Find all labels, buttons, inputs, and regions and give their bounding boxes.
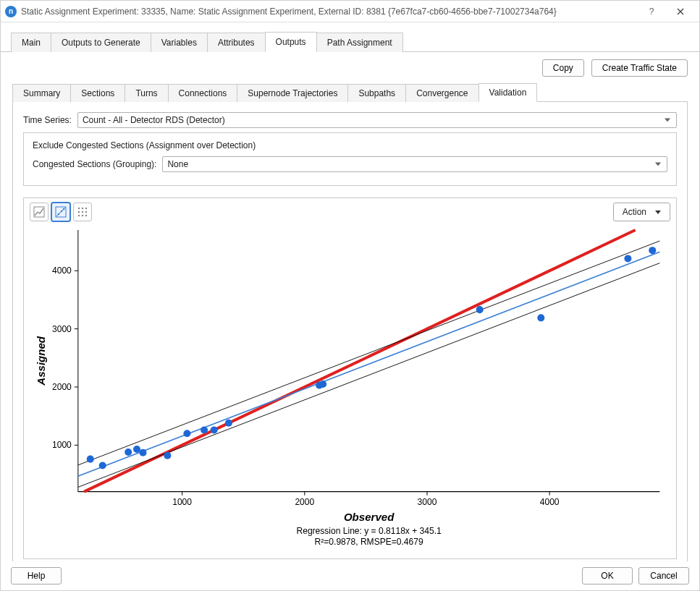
svg-line-33 — [78, 252, 660, 476]
exclude-congested-legend: Exclude Congested Sections (Assignment o… — [30, 140, 258, 150]
svg-point-50 — [624, 255, 631, 262]
congested-select[interactable]: None — [162, 156, 667, 172]
close-icon — [677, 8, 684, 15]
chart-toolbar: Action — [24, 198, 676, 226]
svg-point-5 — [78, 208, 80, 209]
window-title: Static Assignment Experiment: 33335, Nam… — [21, 7, 637, 17]
svg-point-9 — [82, 211, 83, 213]
bottombar: Help OK Cancel — [1, 561, 699, 590]
svg-point-37 — [99, 462, 106, 469]
svg-point-36 — [87, 456, 94, 463]
tab-outputs-to-generate[interactable]: Outputs to Generate — [51, 33, 151, 52]
tab-path-assignment[interactable]: Path Assignment — [316, 33, 403, 52]
svg-line-35 — [78, 241, 660, 465]
inner-tabstrip: SummarySectionsTurnsConnectionsSupernode… — [12, 82, 688, 102]
svg-point-38 — [125, 448, 132, 456]
titlebar: n Static Assignment Experiment: 33335, N… — [1, 1, 699, 22]
svg-text:1000: 1000 — [172, 497, 192, 507]
close-window-button[interactable] — [666, 1, 695, 22]
svg-text:3000: 3000 — [418, 497, 437, 507]
svg-text:Regression Line: y = 0.8118x +: Regression Line: y = 0.8118x + 345.1 — [296, 526, 442, 536]
ok-button[interactable]: OK — [582, 567, 633, 584]
time-series-value: Count - All - Detector RDS (Detector) — [83, 115, 225, 125]
subtab-summary[interactable]: Summary — [12, 84, 71, 102]
svg-point-11 — [78, 215, 80, 216]
svg-point-48 — [476, 306, 484, 313]
help-button[interactable]: Help — [11, 567, 62, 584]
svg-text:4000: 4000 — [540, 497, 560, 507]
action-label: Action — [623, 207, 646, 217]
subtab-sections[interactable]: Sections — [70, 84, 125, 102]
validation-pane: Time Series: Count - All - Detector RDS … — [12, 102, 688, 570]
svg-text:2000: 2000 — [52, 382, 72, 392]
svg-point-39 — [133, 446, 140, 453]
create-traffic-state-button[interactable]: Create Traffic State — [591, 59, 688, 77]
outer-tabstrip: MainOutputs to GenerateVariablesAttribut… — [1, 22, 699, 52]
svg-text:R²=0.9878, RMSPE=0.4679: R²=0.9878, RMSPE=0.4679 — [315, 537, 423, 547]
svg-point-3 — [61, 211, 63, 213]
exclude-congested-group: Exclude Congested Sections (Assignment o… — [23, 132, 677, 186]
svg-point-49 — [537, 314, 544, 321]
subtab-subpaths[interactable]: Subpaths — [347, 84, 406, 102]
svg-text:Assigned: Assigned — [35, 336, 47, 386]
congested-value: None — [167, 159, 188, 169]
svg-point-2 — [58, 213, 60, 216]
time-series-select[interactable]: Count - All - Detector RDS (Detector) — [77, 112, 677, 128]
top-buttons: Copy Create Traffic State — [12, 59, 688, 77]
svg-point-12 — [82, 215, 83, 216]
tab-variables[interactable]: Variables — [151, 33, 208, 52]
svg-point-7 — [85, 208, 87, 209]
app-icon: n — [5, 6, 17, 17]
scatter-view-button[interactable] — [51, 203, 70, 221]
scatter-chart-icon — [55, 206, 67, 218]
line-chart-icon — [33, 206, 45, 218]
svg-point-8 — [78, 211, 80, 213]
svg-point-51 — [649, 247, 656, 254]
svg-point-47 — [319, 380, 326, 388]
chart-frame: Action 10002000300040001000200030004000O… — [23, 197, 677, 559]
svg-point-43 — [201, 426, 208, 433]
page-body: Copy Create Traffic State SummarySection… — [1, 52, 699, 591]
table-view-button[interactable] — [73, 203, 92, 221]
time-series-label: Time Series: — [23, 115, 72, 125]
cancel-button[interactable]: Cancel — [638, 567, 689, 584]
svg-text:4000: 4000 — [52, 265, 72, 276]
line-view-button[interactable] — [30, 203, 49, 221]
grid-icon — [77, 206, 88, 218]
subtab-turns[interactable]: Turns — [125, 84, 168, 102]
help-window-button[interactable]: ? — [637, 1, 666, 22]
tab-attributes[interactable]: Attributes — [207, 33, 266, 52]
congested-label: Congested Sections (Grouping): — [33, 159, 156, 169]
chart-body: 10002000300040001000200030004000Observed… — [24, 226, 676, 558]
tab-main[interactable]: Main — [11, 33, 51, 52]
time-series-row: Time Series: Count - All - Detector RDS … — [23, 112, 677, 128]
svg-rect-0 — [34, 207, 44, 217]
svg-text:3000: 3000 — [52, 324, 72, 334]
svg-text:Observed: Observed — [344, 511, 395, 523]
subtab-validation[interactable]: Validation — [478, 83, 538, 102]
svg-point-13 — [85, 215, 87, 216]
congested-row: Congested Sections (Grouping): None — [33, 156, 667, 172]
action-dropdown-button[interactable]: Action — [613, 203, 670, 221]
svg-point-41 — [164, 452, 171, 459]
svg-point-42 — [183, 430, 190, 437]
svg-point-4 — [63, 208, 65, 211]
chevron-down-icon — [655, 211, 661, 214]
subtab-connections[interactable]: Connections — [168, 84, 238, 102]
tab-outputs[interactable]: Outputs — [265, 32, 317, 52]
subtab-convergence[interactable]: Convergence — [405, 84, 478, 102]
validation-chart: 10002000300040001000200030004000Observed… — [30, 226, 670, 553]
svg-point-44 — [211, 426, 218, 433]
svg-point-10 — [85, 211, 87, 213]
subtab-supernode-trajectories[interactable]: Supernode Trajectories — [237, 84, 348, 102]
svg-point-45 — [225, 420, 232, 427]
copy-button[interactable]: Copy — [542, 59, 584, 77]
svg-text:2000: 2000 — [295, 497, 314, 507]
svg-point-6 — [82, 208, 83, 209]
svg-text:1000: 1000 — [52, 440, 72, 450]
svg-point-40 — [139, 449, 146, 456]
